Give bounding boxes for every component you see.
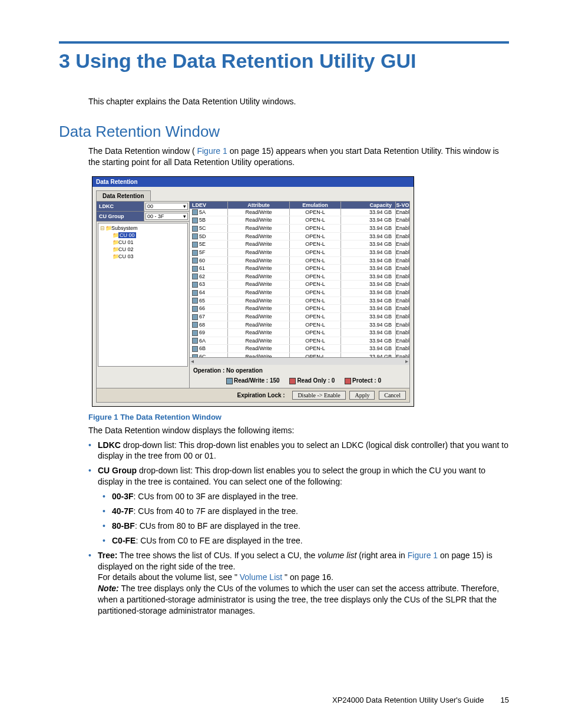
top-rule xyxy=(59,41,509,44)
table-row[interactable]: 67Read/WriteOPEN-L33.94 GBEnabl xyxy=(190,313,409,321)
table-row[interactable]: 6CRead/WriteOPEN-L33.94 GBEnabl xyxy=(190,353,409,357)
disk-icon xyxy=(192,250,198,256)
bullet-ldkc: LDKC drop-down list: This drop-down list… xyxy=(88,440,509,462)
window-title: Data Retention xyxy=(92,177,414,187)
apply-button[interactable]: Apply xyxy=(349,391,375,400)
button-bar: Expiration Lock : Disable -> Enable Appl… xyxy=(97,388,409,402)
disk-icon xyxy=(192,226,198,232)
table-row[interactable]: 61Read/WriteOPEN-L33.94 GBEnabl xyxy=(190,265,409,273)
table-row[interactable]: 69Read/WriteOPEN-L33.94 GBEnabl xyxy=(190,329,409,337)
section-intro: The Data Retention window ( Figure 1 on … xyxy=(88,146,509,168)
operation-status: Operation : No operation xyxy=(190,365,409,376)
table-row[interactable]: 5DRead/WriteOPEN-L33.94 GBEnabl xyxy=(190,233,409,241)
bullet-range-40: 40-7F: CUs from 40 to 7F are displayed i… xyxy=(103,506,509,517)
bullet-range-c0: C0-FE: CUs from C0 to FE are displayed i… xyxy=(103,535,509,546)
legend: Read/Write : 150 Read Only : 0 Protect :… xyxy=(190,376,409,388)
horizontal-scrollbar[interactable]: ◂▸ xyxy=(190,357,409,365)
table-row[interactable]: 65Read/WriteOPEN-L33.94 GBEnabl xyxy=(190,297,409,305)
section-title: Data Retention Window xyxy=(59,123,509,141)
cugroup-dropdown[interactable]: 00 - 3F ▾ xyxy=(146,213,188,220)
table-row[interactable]: 66Read/WriteOPEN-L33.94 GBEnabl xyxy=(190,305,409,313)
table-row[interactable]: 60Read/WriteOPEN-L33.94 GBEnabl xyxy=(190,257,409,265)
cugroup-label: CU Group xyxy=(97,212,144,221)
app-window: Data Retention Data Retention LDKC 00 ▾ … xyxy=(92,176,414,407)
bullet-cugroup: CU Group drop-down list: This drop-down … xyxy=(88,465,509,487)
intro-paragraph: This chapter explains the Data Retention… xyxy=(88,96,509,107)
disk-icon xyxy=(192,306,198,312)
table-row[interactable]: 6ARead/WriteOPEN-L33.94 GBEnabl xyxy=(190,337,409,345)
bullet-tree: Tree: The tree shows the list of CUs. If… xyxy=(88,550,509,617)
disk-icon xyxy=(192,282,198,288)
disk-icon xyxy=(192,242,198,248)
disk-icon xyxy=(192,354,198,357)
table-row[interactable]: 5FRead/WriteOPEN-L33.94 GBEnabl xyxy=(190,249,409,257)
disk-icon xyxy=(192,346,198,352)
disk-icon xyxy=(192,258,198,263)
chevron-down-icon: ▾ xyxy=(183,213,186,219)
table-body[interactable]: 5ARead/WriteOPEN-L33.94 GBEnabl5BRead/Wr… xyxy=(190,209,409,357)
figure-link-2[interactable]: Figure 1 xyxy=(408,551,438,560)
table-row[interactable]: 5CRead/WriteOPEN-L33.94 GBEnabl xyxy=(190,225,409,233)
chevron-down-icon: ▾ xyxy=(183,203,186,209)
figure-link[interactable]: Figure 1 xyxy=(197,146,227,156)
disk-icon xyxy=(192,209,198,215)
table-row[interactable]: 5ARead/WriteOPEN-L33.94 GBEnabl xyxy=(190,209,409,217)
table-header: LDEV Attribute Emulation Capacity S-VO xyxy=(190,202,409,209)
expiration-lock-label: Expiration Lock : xyxy=(237,392,285,398)
table-row[interactable]: 63Read/WriteOPEN-L33.94 GBEnabl xyxy=(190,281,409,289)
ldkc-dropdown[interactable]: 00 ▾ xyxy=(146,203,188,210)
disk-icon xyxy=(192,322,198,328)
volume-list-link[interactable]: Volume List xyxy=(240,572,282,582)
disk-icon xyxy=(192,233,198,239)
disk-icon xyxy=(192,298,198,304)
disk-icon xyxy=(192,290,198,296)
items-intro: The Data Retention window displays the f… xyxy=(88,425,509,436)
bullet-range-00: 00-3F: CUs from 00 to 3F are displayed i… xyxy=(103,491,509,502)
disk-icon xyxy=(192,274,198,279)
tab-data-retention[interactable]: Data Retention xyxy=(96,190,151,201)
page-footer: XP24000 Data Retention Utility User's Gu… xyxy=(332,696,509,704)
chapter-title: 3 Using the Data Retention Utility GUI xyxy=(59,50,509,73)
bullet-range-80: 80-BF: CUs from 80 to BF are displayed i… xyxy=(103,521,509,532)
table-row[interactable]: 6BRead/WriteOPEN-L33.94 GBEnabl xyxy=(190,345,409,353)
disk-icon xyxy=(192,314,198,320)
disk-icon xyxy=(192,218,198,223)
figure-caption: Figure 1 The Data Retention Window xyxy=(88,413,509,421)
disk-icon xyxy=(192,338,198,344)
disk-icon xyxy=(192,266,198,272)
table-row[interactable]: 5BRead/WriteOPEN-L33.94 GBEnabl xyxy=(190,216,409,225)
table-row[interactable]: 5ERead/WriteOPEN-L33.94 GBEnabl xyxy=(190,241,409,249)
disk-icon xyxy=(192,330,198,336)
table-row[interactable]: 62Read/WriteOPEN-L33.94 GBEnabl xyxy=(190,273,409,281)
ldkc-label: LDKC xyxy=(97,202,144,211)
cancel-button[interactable]: Cancel xyxy=(379,391,406,400)
table-row[interactable]: 68Read/WriteOPEN-L33.94 GBEnabl xyxy=(190,321,409,330)
expiration-toggle-button[interactable]: Disable -> Enable xyxy=(292,391,345,400)
cu-tree[interactable]: ⊟📁Subsystem 📁CU 00 📁CU 01 📁CU 02 📁CU 03 xyxy=(98,223,188,367)
table-row[interactable]: 64Read/WriteOPEN-L33.94 GBEnabl xyxy=(190,289,409,297)
